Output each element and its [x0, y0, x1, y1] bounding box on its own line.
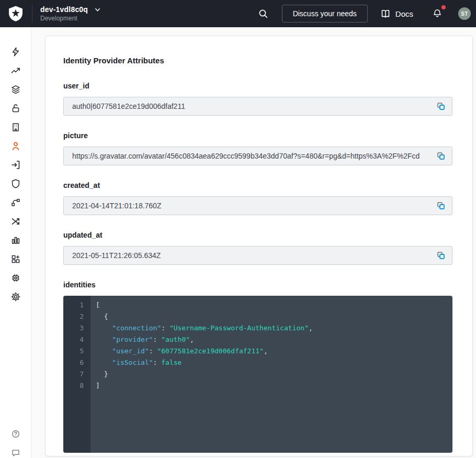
field-value-box: 2021-05-11T21:26:05.634Z	[63, 246, 452, 265]
sidebar-item-authentication[interactable]	[0, 155, 31, 174]
feedback-icon	[11, 448, 20, 457]
user-icon	[10, 141, 21, 151]
identity-provider-attributes-card: Identity Provider Attributes user_id aut…	[45, 36, 473, 456]
sign-in-icon	[10, 160, 21, 170]
code-line: "connection": "Username-Password-Authent…	[96, 322, 452, 334]
shield-icon	[10, 178, 21, 189]
sidebar-item-actions[interactable]	[0, 193, 31, 212]
app-header: dev-1vdl8c0q Development Discuss your ne…	[0, 0, 476, 27]
field-label: created_at	[63, 181, 452, 189]
copy-icon	[436, 102, 446, 111]
code-line-number: 7	[63, 368, 84, 380]
tenant-environment: Development	[40, 15, 101, 22]
field-value-box: 2021-04-14T21:01:18.760Z	[63, 196, 452, 215]
docs-label: Docs	[395, 9, 413, 18]
discuss-needs-button[interactable]: Discuss your needs	[282, 5, 368, 23]
field-created-at: created_at 2021-04-14T21:01:18.760Z	[63, 181, 452, 215]
trending-up-icon	[10, 65, 21, 76]
sidebar-item-help[interactable]	[0, 425, 31, 443]
code-line-number: 5	[63, 345, 84, 357]
bar-chart-icon	[10, 235, 21, 245]
sidebar-nav	[0, 27, 31, 458]
sidebar-item-monitoring[interactable]	[0, 231, 31, 250]
sidebar-item-security[interactable]	[0, 174, 31, 193]
field-value: https://s.gravatar.com/avatar/456c0834ae…	[72, 152, 431, 160]
sidebar-item-apis[interactable]	[0, 99, 31, 118]
copy-button[interactable]	[436, 151, 446, 161]
book-icon	[380, 8, 391, 19]
shuffle-icon	[10, 216, 21, 227]
code-gutter: 12345678	[63, 296, 90, 453]
actions-flow-icon	[10, 197, 21, 208]
sidebar-item-marketplace[interactable]	[0, 250, 31, 269]
main-content: Identity Provider Attributes user_id aut…	[31, 27, 476, 458]
field-label: identities	[63, 281, 452, 289]
sidebar-item-settings[interactable]	[0, 287, 31, 306]
gear-icon	[10, 292, 21, 302]
code-line: }	[96, 368, 452, 380]
field-value: auth0|6077581e2ce19d006dfaf211	[72, 102, 431, 110]
field-picture: picture https://s.gravatar.com/avatar/45…	[63, 131, 452, 165]
layers-icon	[10, 84, 21, 95]
sidebar-item-applications[interactable]	[0, 80, 31, 99]
field-value-box: https://s.gravatar.com/avatar/456c0834ae…	[63, 147, 452, 165]
notification-dot	[441, 5, 446, 9]
card-title: Identity Provider Attributes	[63, 56, 452, 65]
code-line: "isSocial": false	[96, 357, 452, 368]
copy-icon	[436, 201, 446, 210]
code-line: ]	[96, 380, 452, 392]
sidebar-item-organizations[interactable]	[0, 118, 31, 137]
copy-button[interactable]	[436, 201, 446, 210]
building-icon	[10, 122, 21, 132]
copy-icon	[436, 251, 446, 260]
help-icon	[11, 429, 20, 439]
sidebar-item-getting-started[interactable]	[0, 42, 31, 61]
lightning-icon	[10, 47, 21, 57]
code-line: {	[96, 311, 452, 322]
code-line: "provider": "auth0",	[96, 334, 452, 345]
notifications-button[interactable]	[430, 6, 445, 21]
field-label: user_id	[63, 82, 452, 90]
code-line-number: 3	[63, 322, 84, 334]
field-updated-at: updated_at 2021-05-11T21:26:05.634Z	[63, 231, 452, 265]
chevron-down-icon	[94, 6, 101, 13]
field-label: updated_at	[63, 231, 452, 239]
code-line-number: 4	[63, 334, 84, 345]
sidebar-item-activity[interactable]	[0, 61, 31, 80]
docs-link[interactable]: Docs	[380, 8, 413, 19]
code-line: [	[96, 299, 452, 311]
code-line-number: 1	[63, 299, 84, 311]
field-identities: identities 12345678 [ { "connection": "U…	[63, 281, 452, 453]
unlock-icon	[10, 103, 21, 114]
search-button[interactable]	[256, 6, 270, 21]
field-user-id: user_id auth0|6077581e2ce19d006dfaf211	[63, 82, 452, 116]
chip-icon	[10, 273, 21, 283]
sidebar-item-user-management[interactable]	[0, 137, 31, 155]
code-line-number: 2	[63, 311, 84, 322]
tenant-name: dev-1vdl8c0q	[40, 5, 88, 14]
auth0-logo-icon[interactable]	[7, 5, 24, 22]
sidebar-item-auth-pipeline[interactable]	[0, 212, 31, 231]
search-icon	[258, 8, 268, 19]
code-line-number: 6	[63, 357, 84, 368]
copy-button[interactable]	[436, 251, 446, 260]
field-value: 2021-04-14T21:01:18.760Z	[72, 202, 431, 210]
code-lines: [ { "connection": "Username-Password-Aut…	[90, 296, 452, 453]
tenant-switcher[interactable]: dev-1vdl8c0q Development	[40, 5, 101, 22]
code-line: "user_id": "6077581e2ce19d006dfaf211",	[96, 345, 452, 357]
sidebar-item-feedback[interactable]	[0, 443, 31, 458]
copy-icon	[436, 151, 446, 161]
grid-plus-icon	[10, 254, 21, 264]
user-avatar[interactable]: ST	[458, 7, 471, 20]
code-line-number: 8	[63, 380, 84, 392]
header-divider	[32, 5, 32, 23]
bell-icon	[432, 8, 443, 19]
field-value: 2021-05-11T21:26:05.634Z	[72, 251, 431, 260]
field-label: picture	[63, 131, 452, 140]
copy-button[interactable]	[436, 102, 446, 111]
identities-code-editor[interactable]: 12345678 [ { "connection": "Username-Pas…	[63, 296, 452, 453]
sidebar-item-extensions[interactable]	[0, 269, 31, 287]
field-value-box: auth0|6077581e2ce19d006dfaf211	[63, 97, 452, 116]
